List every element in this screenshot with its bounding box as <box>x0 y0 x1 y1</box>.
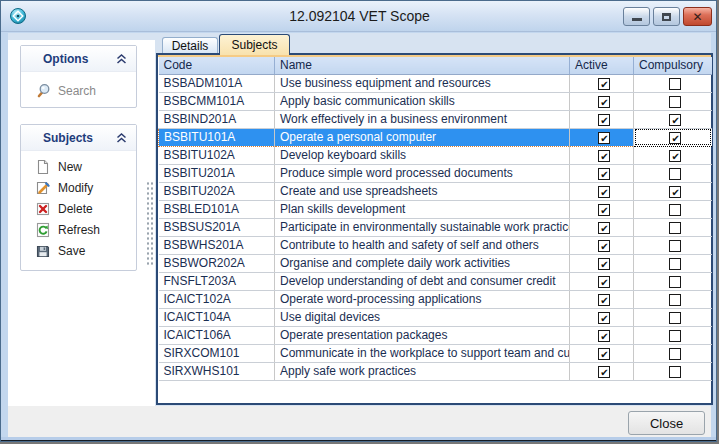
table-row[interactable]: SIRXCOM101Communicate in the workplace t… <box>159 344 712 362</box>
compulsory-checkbox[interactable] <box>669 186 681 198</box>
table-row[interactable]: BSBITU201AProduce simple word processed … <box>159 164 712 182</box>
code-cell: BSBITU102A <box>159 146 275 164</box>
table-row[interactable]: FNSFLT203ADevelop understanding of debt … <box>159 272 712 290</box>
compulsory-checkbox[interactable] <box>669 204 681 216</box>
close-button[interactable]: Close <box>628 411 705 435</box>
sidebar-item-label: New <box>58 160 82 174</box>
table-row[interactable]: BSBCMM101AApply basic communication skil… <box>159 92 712 110</box>
table-row[interactable]: BSBITU202ACreate and use spreadsheets <box>159 182 712 200</box>
compulsory-checkbox[interactable] <box>669 114 681 126</box>
active-checkbox[interactable] <box>598 240 610 252</box>
table-row[interactable]: ICAICT102AOperate word-processing applic… <box>159 290 712 308</box>
code-cell: FNSFLT203A <box>159 272 275 290</box>
column-header-name[interactable]: Name <box>275 57 570 74</box>
compulsory-checkbox[interactable] <box>669 168 681 180</box>
compulsory-checkbox[interactable] <box>669 258 681 270</box>
close-window-button[interactable]: ✕ <box>683 7 712 26</box>
compulsory-cell <box>634 146 712 164</box>
compulsory-checkbox[interactable] <box>669 276 681 288</box>
compulsory-cell <box>634 92 712 110</box>
maximize-button[interactable] <box>653 7 680 26</box>
compulsory-checkbox[interactable] <box>669 348 681 360</box>
table-row[interactable]: BSBITU101AOperate a personal computer <box>159 128 712 146</box>
active-checkbox[interactable] <box>598 96 610 108</box>
sidebar-item-new[interactable]: New <box>21 156 136 177</box>
active-checkbox[interactable] <box>598 204 610 216</box>
compulsory-checkbox[interactable] <box>669 132 681 144</box>
compulsory-checkbox[interactable] <box>669 294 681 306</box>
subjects-tabpage: Code Name Active Compulsory BSBADM101AUs… <box>156 55 713 405</box>
active-checkbox[interactable] <box>598 276 610 288</box>
active-cell <box>570 182 634 200</box>
compulsory-checkbox[interactable] <box>669 222 681 234</box>
table-row[interactable]: BSBWHS201AContribute to health and safet… <box>159 236 712 254</box>
active-cell <box>570 92 634 110</box>
active-checkbox[interactable] <box>598 258 610 270</box>
subjects-panel-header[interactable]: Subjects <box>21 125 136 151</box>
compulsory-checkbox[interactable] <box>669 78 681 90</box>
active-checkbox[interactable] <box>598 168 610 180</box>
subjects-panel: Subjects New Modify <box>20 124 137 271</box>
name-cell: Plan skills development <box>275 200 570 218</box>
subjects-table: Code Name Active Compulsory BSBADM101AUs… <box>158 57 712 381</box>
active-checkbox[interactable] <box>598 330 610 342</box>
active-checkbox[interactable] <box>598 150 610 162</box>
sidebar-item-refresh[interactable]: Refresh <box>21 219 136 240</box>
name-cell: Operate presentation packages <box>275 326 570 344</box>
active-cell <box>570 308 634 326</box>
sidebar-item-save[interactable]: Save <box>21 240 136 261</box>
table-row[interactable]: BSBADM101AUse business equipment and res… <box>159 74 712 92</box>
active-checkbox[interactable] <box>598 114 610 126</box>
table-row[interactable]: BSBIND201AWork effectively in a business… <box>159 110 712 128</box>
table-row[interactable]: ICAICT104AUse digital devices <box>159 308 712 326</box>
active-checkbox[interactable] <box>598 186 610 198</box>
table-row[interactable]: BSBWOR202AOrganise and complete daily wo… <box>159 254 712 272</box>
compulsory-checkbox[interactable] <box>669 312 681 324</box>
active-cell <box>570 236 634 254</box>
maximize-icon <box>662 13 671 21</box>
active-checkbox[interactable] <box>598 294 610 306</box>
code-cell: BSBITU202A <box>159 182 275 200</box>
table-row[interactable]: BSBITU102ADevelop keyboard skills <box>159 146 712 164</box>
active-checkbox[interactable] <box>598 222 610 234</box>
compulsory-checkbox[interactable] <box>669 366 681 378</box>
sidebar-item-delete[interactable]: Delete <box>21 198 136 219</box>
table-row[interactable]: BSBSUS201AParticipate in environmentally… <box>159 218 712 236</box>
splitter-grip[interactable] <box>146 181 153 267</box>
compulsory-checkbox[interactable] <box>669 330 681 342</box>
name-cell: Apply basic communication skills <box>275 92 570 110</box>
table-row[interactable]: ICAICT106AOperate presentation packages <box>159 326 712 344</box>
compulsory-cell <box>634 110 712 128</box>
active-checkbox[interactable] <box>598 348 610 360</box>
active-checkbox[interactable] <box>598 78 610 90</box>
chevron-double-up-icon[interactable] <box>116 54 127 64</box>
window-controls: ✕ <box>623 7 712 26</box>
compulsory-checkbox[interactable] <box>669 96 681 108</box>
name-cell: Operate word-processing applications <box>275 290 570 308</box>
window-title: 12.092104 VET Scope <box>1 8 717 24</box>
tab-subjects[interactable]: Subjects <box>219 34 290 55</box>
sidebar-item-modify[interactable]: Modify <box>21 177 136 198</box>
table-row[interactable]: SIRXWHS101Apply safe work practices <box>159 362 712 380</box>
chevron-double-up-icon[interactable] <box>116 133 127 143</box>
column-header-compulsory[interactable]: Compulsory <box>634 57 712 74</box>
active-checkbox[interactable] <box>598 132 610 144</box>
table-row[interactable]: BSBLED101APlan skills development <box>159 200 712 218</box>
active-checkbox[interactable] <box>598 366 610 378</box>
column-header-active[interactable]: Active <box>570 57 634 74</box>
tab-details[interactable]: Details <box>162 37 218 54</box>
sidebar-item-label: Delete <box>58 202 93 216</box>
active-cell <box>570 272 634 290</box>
sidebar-item-search[interactable]: Search <box>21 80 136 102</box>
compulsory-checkbox[interactable] <box>669 150 681 162</box>
minimize-button[interactable] <box>623 7 650 26</box>
compulsory-cell <box>634 200 712 218</box>
active-cell <box>570 110 634 128</box>
compulsory-cell <box>634 236 712 254</box>
options-panel-header[interactable]: Options <box>21 46 136 72</box>
name-cell: Communicate in the workplace to support … <box>275 344 570 362</box>
column-header-code[interactable]: Code <box>159 57 275 74</box>
compulsory-checkbox[interactable] <box>669 240 681 252</box>
active-checkbox[interactable] <box>598 312 610 324</box>
sidebar-item-label: Save <box>58 244 85 258</box>
